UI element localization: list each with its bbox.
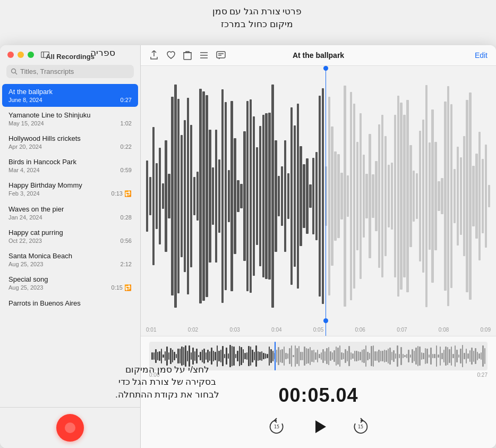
transcript-icon[interactable] <box>216 51 226 60</box>
wave-bar <box>488 185 490 207</box>
mini-wave-bar <box>367 352 369 360</box>
share-icon[interactable] <box>149 50 159 60</box>
mini-wave-bar <box>170 348 172 365</box>
minimize-button[interactable] <box>18 52 24 58</box>
wave-bar <box>281 166 283 225</box>
mini-wave-bar <box>165 351 166 360</box>
toolbar-title: At the ballpark <box>245 51 392 60</box>
maximize-button[interactable] <box>28 52 34 58</box>
wave-bar <box>275 140 277 252</box>
mini-wave-bar <box>213 351 215 361</box>
mini-wave-bar <box>414 351 415 361</box>
mini-timeline: 0:00 0:27 <box>149 372 488 378</box>
mini-wave-bar <box>322 349 324 364</box>
mini-wave-bar <box>391 352 393 360</box>
play-button[interactable] <box>307 415 330 438</box>
recording-title: Waves on the pier <box>8 205 132 213</box>
trash-icon[interactable] <box>183 50 192 60</box>
forward-icon: 15 <box>352 418 370 436</box>
recording-item[interactable]: Parrots in Buenos Aires <box>2 295 138 312</box>
close-button[interactable] <box>7 52 14 58</box>
list-icon[interactable] <box>199 52 209 59</box>
recording-item[interactable]: Special songAug 25, 20230:15 🔁 <box>2 272 138 295</box>
mini-wave-bar <box>226 348 227 365</box>
mini-waveform[interactable] <box>149 342 488 370</box>
wave-bar <box>409 145 412 247</box>
mini-wave-bar <box>429 354 430 358</box>
wave-bar <box>478 132 481 260</box>
recording-item[interactable]: Birds in Hancock ParkMar 4, 20240:59 <box>2 154 138 177</box>
mini-wave-bar <box>358 351 360 360</box>
mini-wave-bar <box>179 349 181 364</box>
mini-wave-bar <box>464 353 465 359</box>
heart-icon[interactable] <box>166 51 176 60</box>
main-waveform[interactable]: 0:010:020:030:040:050:060:070:080:09 <box>141 66 496 336</box>
playhead-handle-bottom <box>323 318 328 323</box>
mini-wave-bar <box>191 352 192 360</box>
playhead[interactable] <box>326 66 326 336</box>
recording-duration: 0:15 🔁 <box>112 284 132 291</box>
recordings-list: At the ballparkJune 8, 20240:27Yamanote … <box>0 82 140 407</box>
search-input[interactable] <box>20 67 130 75</box>
mini-wave-bar <box>159 351 160 361</box>
wave-bar <box>334 151 336 240</box>
mini-wave-bar <box>315 352 317 359</box>
mini-wave-bar <box>371 346 372 367</box>
ruler-mark: 0:04 <box>271 327 281 333</box>
recording-meta: Oct 22, 20230:56 <box>8 238 132 244</box>
record-button[interactable] <box>56 414 84 442</box>
mini-wave-bar <box>181 346 183 366</box>
mini-wave-bar <box>321 352 322 360</box>
mini-wave-bar <box>289 348 290 365</box>
edit-button[interactable]: Edit <box>475 51 488 60</box>
window-controls <box>7 45 49 58</box>
ruler-mark: 0:08 <box>439 327 449 333</box>
controls-section: 15 15 <box>141 409 496 448</box>
annotation-top: פרטי צורת הגל עם סמןמיקום כחול במרכז <box>183 5 331 31</box>
mini-wave-bar <box>356 351 357 362</box>
sidebar-bottom <box>0 407 140 448</box>
mini-wave-bar <box>343 353 345 359</box>
wave-bar <box>475 154 477 238</box>
mini-wave-bar <box>473 351 475 362</box>
mini-wave-bar <box>163 354 164 357</box>
mini-wave-bar <box>192 348 194 365</box>
mini-wave-bar <box>332 352 333 359</box>
wave-bar <box>384 136 387 257</box>
wave-bar <box>422 120 424 273</box>
wave-bar <box>347 175 349 216</box>
wave-bar <box>441 178 443 214</box>
recording-title: Happy Birthday Mommy <box>8 181 132 189</box>
recording-item[interactable]: Happy Birthday MommyFeb 3, 20240:13 🔁 <box>2 177 138 201</box>
wave-bar <box>256 147 258 245</box>
recording-meta: Feb 3, 20240:13 🔁 <box>8 190 132 197</box>
rewind-button[interactable]: 15 <box>268 418 286 436</box>
mini-wave-bar <box>272 351 274 362</box>
recording-item[interactable]: Santa Monica BeachAug 25, 20232:12 <box>2 248 138 271</box>
wave-bar <box>209 130 211 263</box>
recording-item[interactable]: At the ballparkJune 8, 20240:27 <box>2 84 138 107</box>
mini-wave-bar <box>177 349 179 363</box>
mini-wave-bar <box>237 351 238 361</box>
mini-wave-bar <box>341 352 343 360</box>
recording-meta: May 15, 20241:02 <box>8 120 132 126</box>
wave-bar <box>319 96 321 297</box>
mini-wave-bar <box>284 346 285 366</box>
mini-wave-bar <box>337 348 339 365</box>
recording-item[interactable]: Waves on the pierJan 24, 20240:28 <box>2 201 138 224</box>
recording-item[interactable]: Yamanote Line to ShinjukuMay 15, 20241:0… <box>2 107 138 130</box>
sidebar-toggle-icon[interactable] <box>41 52 49 58</box>
forward-button[interactable]: 15 <box>352 418 370 436</box>
search-box[interactable] <box>6 65 134 78</box>
mini-wave-bar <box>441 353 443 359</box>
recording-meta: Aug 25, 20232:12 <box>8 261 132 267</box>
wave-bar <box>360 113 362 278</box>
recording-item[interactable]: Happy cat purringOct 22, 20230:56 <box>2 225 138 248</box>
recording-item[interactable]: Hollywood Hills cricketsApr 20, 20240:22 <box>2 131 138 154</box>
mini-wave-bar <box>415 348 417 364</box>
mini-playhead[interactable] <box>275 342 276 370</box>
mini-wave-bar <box>304 346 305 366</box>
mini-wave-bar <box>241 347 242 365</box>
mini-wave-bar <box>239 346 241 366</box>
waveform-bars <box>141 66 496 336</box>
